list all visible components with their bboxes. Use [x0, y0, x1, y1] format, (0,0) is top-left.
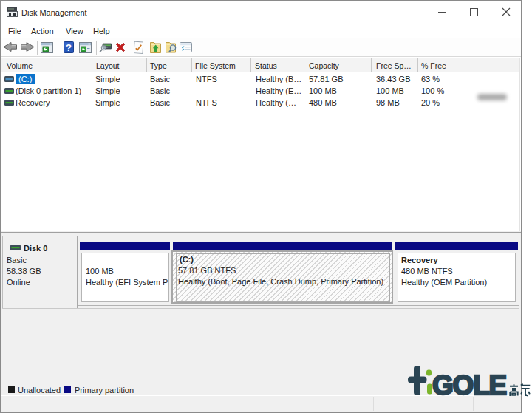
svg-text:GOLE: GOLE [432, 370, 507, 398]
svg-text:?: ? [66, 42, 72, 53]
